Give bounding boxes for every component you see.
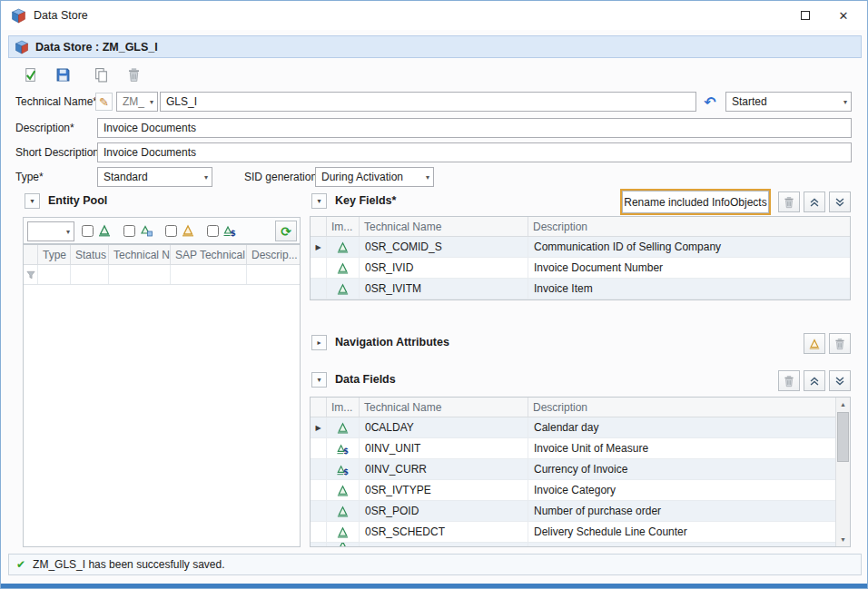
copy-button[interactable] bbox=[88, 63, 113, 86]
entity-pool-toolbar: ▾ ⟳ bbox=[23, 217, 301, 244]
technical-name-label: Technical Name* bbox=[15, 92, 97, 112]
column-header-description[interactable]: Description bbox=[528, 217, 850, 236]
vertical-scrollbar[interactable]: ▲ ▼ bbox=[835, 398, 850, 546]
object-header: Data Store : ZM_GLS_I bbox=[8, 35, 862, 58]
data-fields-delete-button[interactable] bbox=[778, 370, 800, 391]
description-cell: Calendar day bbox=[528, 417, 850, 437]
table-row[interactable]: ▶ 0SR_COMID_S Communication ID of Sellin… bbox=[311, 237, 850, 258]
delete-button[interactable] bbox=[121, 63, 146, 86]
column-header-im[interactable]: Im... bbox=[327, 217, 360, 236]
row-selector-icon: ▶ bbox=[315, 424, 321, 432]
edit-name-button[interactable]: ✎ bbox=[95, 93, 113, 111]
column-header-sap-technical-name[interactable]: SAP Technical ... bbox=[171, 245, 247, 264]
data-fields-move-up-button[interactable] bbox=[804, 370, 825, 391]
characteristic-icon bbox=[336, 525, 350, 539]
add-navigation-attribute-button[interactable] bbox=[804, 333, 825, 354]
copy-icon bbox=[94, 67, 109, 83]
undo-button[interactable]: ↶ bbox=[699, 92, 721, 112]
short-description-input[interactable] bbox=[97, 142, 852, 162]
column-header-im[interactable]: Im... bbox=[327, 398, 360, 417]
data-store-icon bbox=[15, 40, 29, 54]
table-row[interactable]: 0INV_UNIT Invoice Unit of Measure bbox=[311, 438, 850, 459]
key-fields-move-up-button[interactable] bbox=[804, 191, 825, 212]
table-row[interactable]: 0SR_POID Number of purchase order bbox=[311, 501, 850, 522]
double-chevron-down-icon bbox=[833, 375, 846, 388]
scroll-up-button[interactable]: ▲ bbox=[836, 398, 850, 411]
technical-name-cell: 0SR_SCHEDCT bbox=[360, 522, 528, 542]
close-button[interactable]: ✕ bbox=[825, 2, 862, 29]
status-message: ZM_GLS_I has been succesfully saved. bbox=[33, 558, 224, 571]
double-chevron-down-icon bbox=[833, 196, 846, 209]
filter-keyfigure-checkbox[interactable] bbox=[207, 225, 219, 237]
description-cell: Invoice Category bbox=[528, 480, 850, 500]
save-button[interactable] bbox=[50, 63, 75, 86]
key-fields-delete-button[interactable] bbox=[778, 191, 800, 212]
filter-infoarea-checkbox[interactable] bbox=[82, 225, 94, 237]
name-prefix-select[interactable]: ZM_ ▾ bbox=[116, 92, 158, 112]
table-row[interactable]: 0SR_IVID Invoice Document Number bbox=[311, 258, 850, 279]
type-label: Type* bbox=[15, 167, 44, 187]
entity-pool-filter-select[interactable]: ▾ bbox=[27, 221, 74, 241]
maximize-button[interactable] bbox=[787, 2, 824, 29]
column-header-technical-name[interactable]: Technical Name bbox=[360, 217, 528, 236]
characteristic-icon bbox=[336, 505, 350, 518]
table-row[interactable]: ▶ 0CALDAY Calendar day bbox=[311, 417, 850, 438]
column-header-description[interactable]: Description bbox=[528, 398, 850, 417]
refresh-button[interactable]: ⟳ bbox=[275, 221, 297, 241]
scroll-down-button[interactable]: ▼ bbox=[836, 533, 850, 546]
sid-generation-select[interactable]: During Activation ▾ bbox=[315, 167, 434, 187]
filter-cell[interactable] bbox=[71, 265, 109, 284]
chevron-down-icon: ▾ bbox=[150, 98, 153, 106]
table-row[interactable]: 0INV_CURR Currency of Invoice bbox=[311, 459, 850, 480]
column-header-description[interactable]: Descrip... bbox=[247, 245, 300, 264]
object-state-select[interactable]: Started ▾ bbox=[725, 92, 852, 112]
keyfigure-unit-icon bbox=[222, 223, 237, 238]
description-cell: Number of purchase order bbox=[528, 501, 850, 521]
data-store-app-icon bbox=[11, 8, 26, 24]
table-row[interactable]: 0SR_IVTYPE Invoice Category bbox=[311, 480, 850, 501]
sid-generation-label: SID generation bbox=[244, 167, 317, 187]
key-fields-move-down-button[interactable] bbox=[829, 191, 851, 212]
technical-name-cell: 0CALDAY bbox=[360, 417, 528, 437]
filter-cell[interactable] bbox=[24, 265, 38, 284]
data-fields-grid: Im... Technical Name Description ▶ 0CALD… bbox=[310, 397, 851, 547]
filter-cell[interactable] bbox=[247, 265, 300, 284]
technical-name-input[interactable] bbox=[160, 92, 696, 112]
navigation-attributes-expand-button[interactable]: ▸ bbox=[311, 335, 327, 350]
column-header-selector[interactable] bbox=[311, 398, 327, 417]
description-cell: Communication ID of Selling Company bbox=[528, 237, 850, 257]
entity-pool-collapse-button[interactable]: ▾ bbox=[25, 193, 40, 209]
scrollbar-thumb[interactable] bbox=[837, 412, 849, 462]
key-fields-grid-header: Im... Technical Name Description bbox=[311, 217, 850, 237]
column-header-selector[interactable] bbox=[24, 245, 38, 264]
type-select[interactable]: Standard ▾ bbox=[97, 167, 212, 187]
filter-attribute-checkbox[interactable] bbox=[165, 225, 177, 237]
window-title: Data Store bbox=[34, 9, 88, 22]
characteristic-blue-icon bbox=[139, 223, 153, 238]
filter-cell[interactable] bbox=[38, 265, 71, 284]
description-input[interactable] bbox=[97, 118, 852, 138]
column-header-technical-name[interactable]: Technical N... bbox=[109, 245, 171, 264]
column-header-selector[interactable] bbox=[311, 217, 327, 236]
table-row[interactable]: 0SR_SCHEDCT Delivery Schedule Line Count… bbox=[311, 522, 850, 543]
titlebar: Data Store ✕ bbox=[1, 1, 867, 30]
activate-button[interactable] bbox=[17, 63, 43, 86]
filter-cell[interactable] bbox=[171, 265, 247, 284]
filter-characteristic-checkbox[interactable] bbox=[123, 225, 135, 237]
rename-button-label: Rename included InfoObjects bbox=[624, 196, 766, 209]
rename-included-infoobjects-button[interactable]: Rename included InfoObjects bbox=[622, 191, 769, 213]
chevron-down-icon: ▾ bbox=[843, 98, 847, 106]
column-header-type[interactable]: Type bbox=[38, 245, 71, 264]
navigation-attributes-delete-button[interactable] bbox=[829, 333, 851, 354]
column-header-technical-name[interactable]: Technical Name bbox=[360, 398, 528, 417]
scroll-up-icon: ▲ bbox=[840, 401, 846, 407]
data-fields-collapse-button[interactable]: ▾ bbox=[311, 372, 327, 388]
status-bar: ✔ ZM_GLS_I has been succesfully saved. bbox=[8, 554, 862, 575]
key-fields-collapse-button[interactable]: ▾ bbox=[311, 193, 327, 209]
table-row[interactable]: 0SR_IVITM Invoice Item bbox=[311, 279, 850, 299]
characteristic-icon bbox=[336, 261, 350, 275]
data-fields-move-down-button[interactable] bbox=[829, 370, 851, 391]
filter-cell[interactable] bbox=[109, 265, 171, 284]
chevron-down-icon: ▾ bbox=[317, 197, 321, 205]
column-header-status[interactable]: Status bbox=[71, 245, 109, 264]
